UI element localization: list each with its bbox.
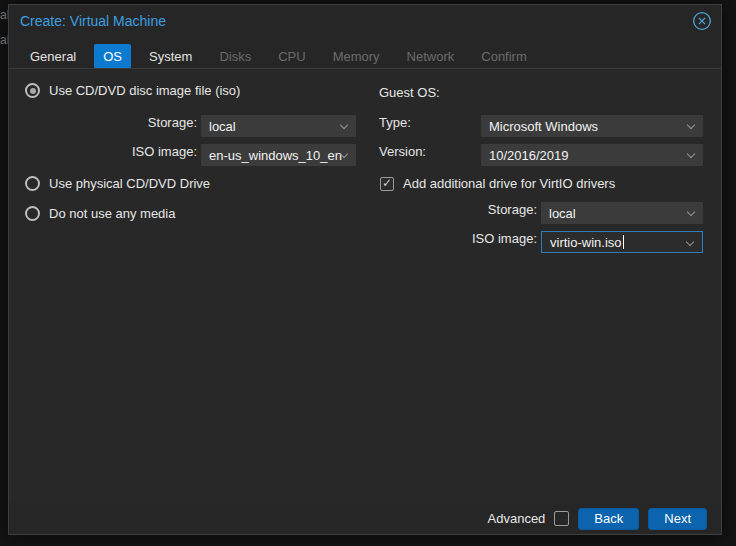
dialog-title: Create: Virtual Machine	[20, 13, 166, 29]
back-button[interactable]: Back	[578, 508, 639, 530]
backdrop-text-fragment: al	[0, 8, 8, 22]
virtio-drivers-checkbox[interactable]	[380, 177, 394, 191]
tab-network: Network	[398, 44, 464, 69]
no-media-radio-label: Do not use any media	[49, 206, 175, 221]
version-label-text: Version:	[379, 144, 426, 159]
virtio-iso-image-label-text: ISO image:	[472, 231, 537, 246]
guest-os-heading-text: Guest OS:	[379, 85, 440, 100]
os-type-select[interactable]: Microsoft Windows	[481, 115, 703, 137]
version-label: Version:	[379, 144, 426, 159]
chevron-down-icon	[687, 121, 695, 129]
virtio-iso-image-select-value: virtio-win.iso	[550, 235, 622, 250]
virtio-storage-label-text: Storage:	[488, 202, 537, 217]
os-type-select-value: Microsoft Windows	[489, 119, 598, 134]
storage-label-text: Storage:	[148, 115, 197, 130]
virtio-storage-select-value: local	[549, 206, 576, 221]
os-version-select-value: 10/2016/2019	[489, 148, 569, 163]
use-physical-drive-radio[interactable]	[25, 176, 40, 191]
text-cursor	[623, 235, 624, 249]
virtio-storage-select[interactable]: local	[541, 202, 703, 224]
next-button[interactable]: Next	[648, 508, 707, 530]
os-version-select[interactable]: 10/2016/2019	[481, 144, 703, 166]
iso-storage-select-value: local	[209, 119, 236, 134]
radio-row-cd-iso: Use CD/DVD disc image file (iso)	[25, 83, 240, 98]
type-label-text: Type:	[379, 115, 411, 130]
storage-label-right: Storage:	[429, 202, 537, 217]
tab-system[interactable]: System	[140, 44, 201, 69]
iso-image-label-left: ISO image:	[69, 144, 197, 159]
virtio-checkbox-label: Add additional drive for VirtIO drivers	[403, 176, 615, 191]
virtio-iso-image-label: ISO image:	[429, 231, 537, 246]
iso-storage-select[interactable]: local	[201, 115, 356, 137]
type-label: Type:	[379, 115, 411, 130]
chevron-down-icon	[687, 150, 695, 158]
iso-image-select[interactable]: en-us_windows_10_en	[201, 144, 356, 166]
use-iso-radio-label: Use CD/DVD disc image file (iso)	[49, 83, 240, 98]
chevron-down-icon	[340, 121, 348, 129]
wizard-tabbar: General OS System Disks CPU Memory Netwo…	[21, 43, 536, 69]
dialog-footer: Advanced Back Next	[9, 503, 721, 534]
chevron-down-icon	[687, 208, 695, 216]
use-physical-drive-radio-label: Use physical CD/DVD Drive	[49, 176, 210, 191]
close-icon	[692, 11, 712, 31]
create-vm-dialog: Create: Virtual Machine General OS Syste…	[8, 4, 722, 535]
tab-cpu: CPU	[269, 44, 314, 69]
iso-image-label-text: ISO image:	[132, 144, 197, 159]
no-media-radio[interactable]	[25, 206, 40, 221]
tab-disks: Disks	[210, 44, 260, 69]
radio-row-physical-drive: Use physical CD/DVD Drive	[25, 176, 210, 191]
radio-row-no-media: Do not use any media	[25, 206, 175, 221]
guest-os-heading: Guest OS:	[379, 85, 440, 100]
tab-general[interactable]: General	[21, 44, 85, 69]
os-tab-panel: Use CD/DVD disc image file (iso) Storage…	[9, 68, 721, 505]
virtio-checkbox-row: Add additional drive for VirtIO drivers	[380, 176, 615, 191]
tab-confirm: Confirm	[472, 44, 536, 69]
iso-image-select-value: en-us_windows_10_en	[209, 148, 342, 163]
virtio-iso-image-select[interactable]: virtio-win.iso	[541, 231, 703, 253]
tab-os[interactable]: OS	[94, 44, 131, 69]
advanced-checkbox[interactable]	[554, 511, 569, 526]
advanced-label: Advanced	[488, 511, 546, 526]
chevron-down-icon	[686, 238, 694, 246]
close-button[interactable]	[692, 11, 712, 31]
storage-label-left: Storage:	[69, 115, 197, 130]
use-iso-radio[interactable]	[25, 83, 40, 98]
tab-memory: Memory	[324, 44, 389, 69]
backdrop-text-fragment: al	[0, 33, 8, 47]
